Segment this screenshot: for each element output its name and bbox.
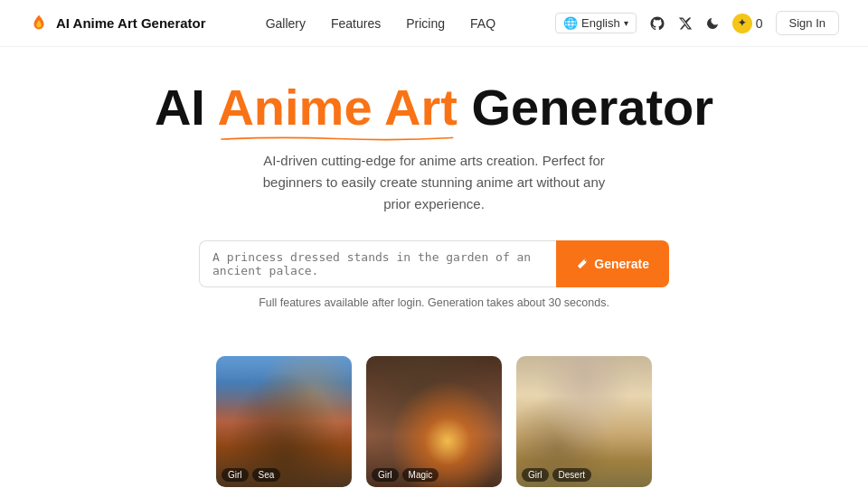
generate-button[interactable]: Generate bbox=[556, 240, 669, 287]
nav-features[interactable]: Features bbox=[331, 16, 381, 31]
search-bar: Generate bbox=[199, 240, 669, 287]
hero-section: AI Anime Art Generator AI-driven cutting… bbox=[0, 47, 868, 309]
nav-gallery[interactable]: Gallery bbox=[266, 16, 306, 31]
gallery-item-3[interactable]: Girl Desert bbox=[516, 356, 652, 487]
gallery-section: Girl Sea Girl Magic Girl Desert bbox=[0, 356, 868, 487]
gallery-tags-1: Girl Sea bbox=[222, 468, 280, 482]
language-selector[interactable]: 🌐 English ▾ bbox=[555, 13, 637, 33]
tag-sea: Sea bbox=[252, 468, 281, 482]
dark-mode-button[interactable] bbox=[705, 16, 720, 31]
hero-subtitle: AI-driven cutting-edge for anime arts cr… bbox=[253, 150, 615, 215]
gallery-item-1[interactable]: Girl Sea bbox=[216, 356, 352, 487]
coin-amount: 0 bbox=[756, 16, 763, 31]
twitter-button[interactable] bbox=[678, 16, 693, 31]
gallery-tags-3: Girl Desert bbox=[522, 468, 591, 482]
prompt-input[interactable] bbox=[199, 240, 556, 287]
github-button[interactable] bbox=[649, 15, 665, 32]
tag-desert: Desert bbox=[552, 468, 591, 482]
nav-links: Gallery Features Pricing FAQ bbox=[266, 15, 495, 32]
search-hint: Full features available after login. Gen… bbox=[259, 296, 609, 309]
coin-icon: ✦ bbox=[732, 14, 752, 33]
moon-icon bbox=[705, 16, 720, 31]
chevron-down-icon: ▾ bbox=[624, 18, 628, 28]
tag-girl-3: Girl bbox=[522, 468, 549, 482]
navbar: AI Anime Art Generator Gallery Features … bbox=[0, 0, 868, 47]
twitter-icon bbox=[678, 16, 693, 31]
tag-magic: Magic bbox=[402, 468, 439, 482]
nav-faq[interactable]: FAQ bbox=[470, 16, 495, 31]
tag-girl-2: Girl bbox=[372, 468, 399, 482]
nav-right: 🌐 English ▾ ✦ 0 Sign In bbox=[555, 11, 839, 35]
signin-button[interactable]: Sign In bbox=[776, 11, 839, 35]
hero-title: AI Anime Art Generator bbox=[155, 80, 713, 136]
github-icon bbox=[649, 15, 665, 32]
tag-girl-1: Girl bbox=[222, 468, 249, 482]
logo[interactable]: AI Anime Art Generator bbox=[29, 14, 206, 33]
flag-icon: 🌐 bbox=[563, 16, 578, 30]
generate-label: Generate bbox=[594, 257, 649, 271]
nav-pricing[interactable]: Pricing bbox=[406, 16, 445, 31]
title-orange: Anime Art bbox=[217, 79, 458, 136]
underline-decoration bbox=[217, 136, 458, 141]
logo-icon bbox=[29, 14, 49, 33]
lang-label: English bbox=[581, 16, 620, 30]
gallery-tags-2: Girl Magic bbox=[372, 468, 439, 482]
coin-widget[interactable]: ✦ 0 bbox=[732, 14, 763, 33]
logo-text: AI Anime Art Generator bbox=[56, 15, 206, 31]
wand-icon bbox=[576, 258, 589, 270]
title-part1: AI bbox=[155, 79, 217, 136]
gallery-item-2[interactable]: Girl Magic bbox=[366, 356, 502, 487]
title-part2: Generator bbox=[458, 79, 713, 136]
